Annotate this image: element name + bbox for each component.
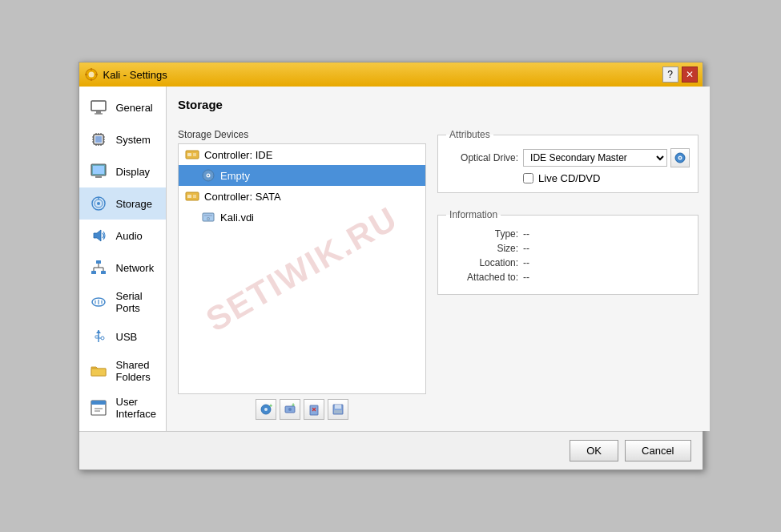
sidebar-item-userinterface[interactable]: User Interface — [79, 389, 167, 426]
svg-text:+: + — [292, 403, 295, 408]
storage-container: Storage Devices SETIWIK.RU — [178, 129, 698, 420]
sidebar-item-sharedfolders[interactable]: Shared Folders — [79, 353, 167, 389]
storage-devices-panel: Storage Devices SETIWIK.RU — [178, 129, 426, 420]
svg-point-28 — [97, 202, 100, 205]
svg-rect-31 — [96, 260, 101, 264]
info-location-value: -- — [523, 257, 529, 268]
info-type-label: Type: — [446, 228, 518, 240]
optical-drive-select[interactable]: IDE Secondary Master IDE Primary Master … — [523, 149, 667, 167]
tree-item-controller-ide[interactable]: Controller: IDE — [179, 144, 425, 165]
info-size-value: -- — [523, 243, 529, 254]
ide-icon — [185, 147, 199, 162]
svg-rect-53 — [187, 153, 191, 156]
tree-item-empty[interactable]: Empty — [179, 165, 425, 186]
tree-item-controller-sata[interactable]: Controller: SATA — [179, 186, 425, 207]
ui-icon — [89, 398, 108, 417]
controller-ide-label: Controller: IDE — [204, 149, 272, 161]
save-button[interactable] — [328, 399, 348, 420]
info-attached-value: -- — [523, 272, 529, 283]
live-cd-row: Live CD/DVD — [523, 172, 690, 184]
optical-empty-icon — [201, 168, 215, 183]
optical-drive-row: Optical Drive: IDE Secondary Master IDE … — [446, 148, 690, 167]
sidebar-label-system: System — [116, 134, 151, 146]
live-cd-checkbox[interactable] — [523, 173, 533, 183]
sata-icon — [185, 189, 199, 204]
attributes-panel: Attributes Optical Drive: IDE Secondary … — [437, 129, 698, 420]
sidebar: General — [79, 87, 167, 431]
attributes-fieldset: Attributes Optical Drive: IDE Secondary … — [437, 129, 698, 193]
sidebar-label-display: Display — [116, 166, 151, 178]
info-location-label: Location: — [446, 257, 518, 268]
cancel-button[interactable]: Cancel — [625, 440, 690, 461]
window-title: Kali - Settings — [103, 69, 167, 81]
title-bar-controls: ? ✕ — [662, 66, 698, 83]
svg-point-1 — [88, 72, 94, 78]
svg-marker-30 — [94, 230, 101, 241]
network-icon — [89, 258, 108, 277]
ok-button[interactable]: OK — [570, 440, 618, 461]
devices-toolbar: + + — [178, 399, 426, 420]
information-fieldset: Information Type: -- Size: -- Location: — [437, 209, 698, 295]
sidebar-label-storage: Storage — [116, 198, 153, 210]
title-bar: Kali - Settings ? ✕ — [79, 62, 702, 87]
help-button[interactable]: ? — [662, 66, 678, 83]
information-legend: Information — [446, 209, 501, 220]
info-location-row: Location: -- — [446, 257, 690, 268]
monitor-icon — [89, 98, 108, 117]
sidebar-label-audio: Audio — [116, 230, 143, 242]
storage-icon — [89, 194, 108, 213]
sidebar-item-network[interactable]: Network — [79, 252, 167, 284]
title-bar-left: Kali - Settings — [84, 67, 167, 82]
svg-point-81 — [679, 157, 681, 159]
sidebar-item-audio[interactable]: Audio — [79, 220, 167, 252]
tree-item-kali-vdi[interactable]: Kali.vdi — [179, 207, 425, 228]
svg-rect-33 — [101, 271, 106, 274]
close-button[interactable]: ✕ — [682, 66, 698, 83]
svg-rect-6 — [91, 101, 106, 111]
add-controller-button[interactable]: + — [280, 399, 300, 420]
info-size-label: Size: — [446, 243, 518, 254]
sidebar-item-system[interactable]: System — [79, 123, 167, 155]
svg-point-68 — [264, 408, 268, 411]
chip-icon — [89, 130, 108, 149]
info-attached-label: Attached to: — [446, 272, 518, 283]
footer: OK Cancel — [79, 431, 702, 470]
storage-devices-label: Storage Devices — [178, 129, 426, 140]
info-type-row: Type: -- — [446, 228, 690, 240]
optical-drive-browse-button[interactable] — [670, 148, 690, 167]
svg-rect-64 — [204, 215, 212, 216]
sidebar-item-storage[interactable]: Storage — [79, 187, 167, 220]
sidebar-item-general[interactable]: General — [79, 91, 167, 123]
usb-icon — [89, 327, 108, 346]
svg-rect-32 — [91, 271, 96, 274]
controller-sata-label: Controller: SATA — [204, 191, 281, 203]
sidebar-item-display[interactable]: Display — [79, 155, 167, 187]
svg-rect-60 — [187, 195, 191, 198]
sidebar-item-serialports[interactable]: Serial Ports — [79, 284, 167, 320]
content-area: General — [79, 87, 702, 431]
folder-icon — [89, 361, 108, 381]
add-optical-button[interactable]: + — [256, 399, 276, 420]
live-cd-label: Live CD/DVD — [538, 172, 600, 184]
empty-label: Empty — [220, 170, 250, 182]
svg-text:+: + — [269, 403, 272, 409]
sidebar-label-sharedfolders: Shared Folders — [116, 359, 157, 383]
devices-list: SETIWIK.RU — [178, 143, 426, 394]
sidebar-label-general: General — [116, 102, 153, 114]
svg-point-66 — [207, 218, 209, 220]
remove-device-button[interactable] — [304, 399, 324, 420]
svg-point-71 — [288, 408, 292, 411]
svg-rect-10 — [95, 136, 102, 143]
window-body: General — [79, 87, 702, 470]
main-content: Storage Storage Devices SETIWIK.RU — [167, 87, 710, 431]
sidebar-label-serialports: Serial Ports — [116, 290, 157, 314]
app-icon — [84, 67, 99, 82]
sidebar-item-usb[interactable]: USB — [79, 320, 167, 353]
svg-point-45 — [101, 337, 104, 340]
info-size-row: Size: -- — [446, 243, 690, 254]
attributes-legend: Attributes — [446, 129, 493, 140]
serialport-icon — [89, 292, 108, 312]
info-attached-row: Attached to: -- — [446, 272, 690, 283]
sidebar-label-network: Network — [116, 262, 155, 274]
display-icon — [89, 162, 108, 181]
